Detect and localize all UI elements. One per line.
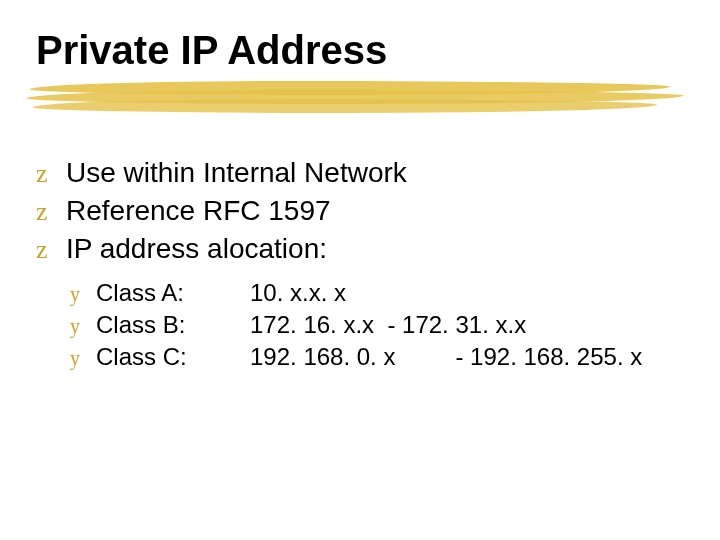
slide-title: Private IP Address (36, 28, 684, 73)
class-label: Class C: (96, 343, 216, 371)
class-range: 10. x.x. x (250, 279, 346, 307)
class-label: Class B: (96, 311, 216, 339)
brush-stroke-icon (33, 99, 657, 113)
slide: Private IP Address z Use within Internal… (0, 0, 720, 540)
z-bullet-icon: z (36, 199, 62, 225)
z-bullet-icon: z (36, 237, 62, 263)
bullet-row: z IP address alocation: (36, 233, 684, 265)
class-range: 172. 16. x.x - 172. 31. x.x (250, 311, 526, 339)
class-range: 192. 168. 0. x - 192. 168. 255. x (250, 343, 642, 371)
y-bullet-icon: y (70, 316, 92, 336)
bullet-row: z Reference RFC 1597 (36, 195, 684, 227)
content-body: z Use within Internal Network z Referenc… (36, 157, 684, 371)
class-label: Class A: (96, 279, 216, 307)
bullet-text: IP address alocation: (66, 233, 327, 265)
z-bullet-icon: z (36, 161, 62, 187)
list-item: y Class A: 10. x.x. x (70, 279, 684, 307)
bullet-text: Use within Internal Network (66, 157, 407, 189)
list-item: y Class B: 172. 16. x.x - 172. 31. x.x (70, 311, 684, 339)
bullet-row: z Use within Internal Network (36, 157, 684, 189)
list-item: y Class C: 192. 168. 0. x - 192. 168. 25… (70, 343, 684, 371)
y-bullet-icon: y (70, 284, 92, 304)
title-underline (36, 81, 684, 121)
y-bullet-icon: y (70, 348, 92, 368)
bullet-text: Reference RFC 1597 (66, 195, 331, 227)
sub-bullets: y Class A: 10. x.x. x y Class B: 172. 16… (70, 279, 684, 371)
